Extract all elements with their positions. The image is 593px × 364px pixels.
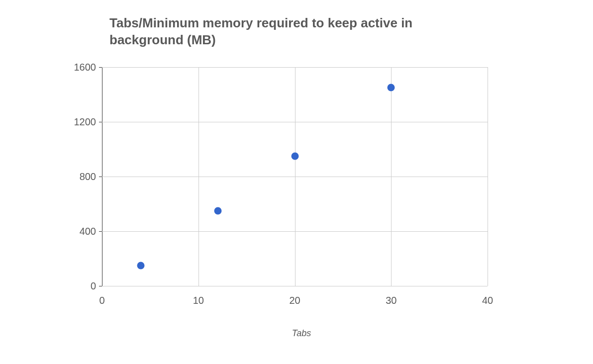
y-tick-label: 1600	[74, 62, 97, 73]
x-tick-label: 10	[193, 295, 204, 306]
data-point	[388, 84, 395, 91]
y-tick-mark	[99, 231, 102, 232]
gridline-horizontal	[102, 67, 488, 68]
y-tick-mark	[99, 286, 102, 286]
scatter-chart: Tabs/Minimum memory required to keep act…	[0, 0, 593, 364]
y-tick-label: 400	[80, 226, 96, 237]
gridline-horizontal	[102, 231, 488, 232]
y-tick-mark	[99, 177, 102, 177]
data-point	[214, 207, 221, 214]
gridline-horizontal	[102, 286, 488, 286]
y-tick-mark	[99, 122, 102, 122]
x-tick-label: 20	[289, 295, 300, 306]
gridline-horizontal	[102, 122, 488, 122]
y-tick-mark	[99, 67, 102, 68]
y-tick-label: 0	[91, 280, 96, 292]
chart-title: Tabs/Minimum memory required to keep act…	[109, 15, 458, 49]
x-axis-label: Tabs	[0, 328, 593, 339]
x-tick-label: 0	[99, 295, 104, 306]
x-tick-label: 30	[386, 295, 396, 306]
x-tick-label: 40	[482, 295, 493, 306]
data-point	[137, 262, 144, 269]
plot-area: 010203040040080012001600	[102, 67, 488, 286]
y-tick-label: 1200	[74, 116, 97, 128]
gridline-horizontal	[102, 177, 488, 177]
y-tick-label: 800	[80, 171, 96, 182]
gridline-vertical	[488, 67, 488, 286]
data-point	[291, 152, 298, 160]
